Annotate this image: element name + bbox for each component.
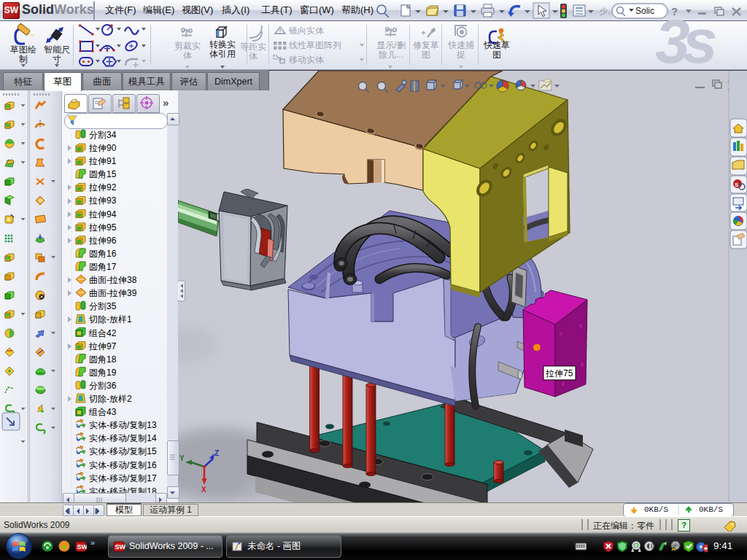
svg-text:Solic: Solic bbox=[635, 6, 654, 16]
svg-text:S: S bbox=[735, 182, 739, 188]
svg-text:Z: Z bbox=[214, 449, 219, 457]
svg-text:拉伸75: 拉伸75 bbox=[545, 368, 573, 378]
svg-text:SW: SW bbox=[115, 543, 126, 551]
svg-text:SW: SW bbox=[77, 543, 88, 551]
svg-text:少..: 少.. bbox=[600, 7, 612, 15]
svg-text:!: ! bbox=[673, 547, 674, 551]
svg-text:Y: Y bbox=[179, 454, 185, 462]
svg-text:X: X bbox=[201, 486, 206, 494]
